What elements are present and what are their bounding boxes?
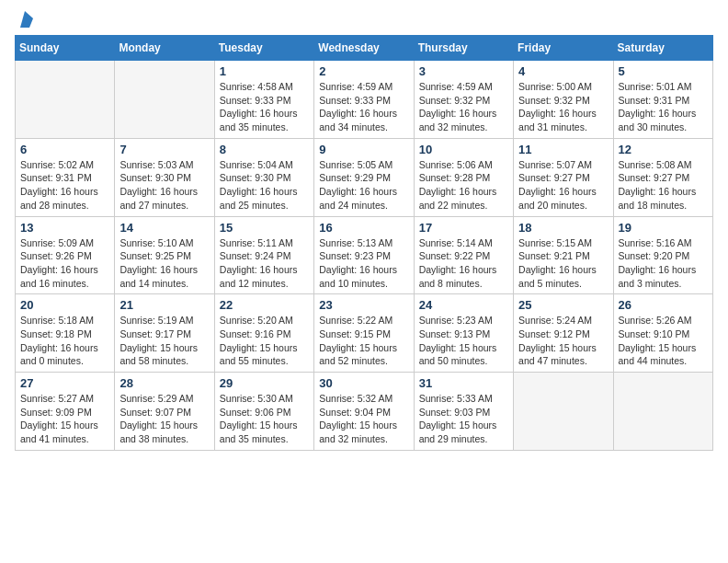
day-number: 6: [20, 143, 109, 156]
day-number: 5: [619, 64, 708, 78]
day-number: 14: [119, 221, 209, 235]
day-info: Sunrise: 5:10 AMSunset: 9:25 PMDaylight:…: [119, 236, 209, 291]
day-info: Sunrise: 5:08 AMSunset: 9:27 PMDaylight:…: [619, 158, 708, 213]
day-cell: 16Sunrise: 5:13 AMSunset: 9:23 PMDayligh…: [314, 216, 414, 294]
day-cell: 13Sunrise: 5:09 AMSunset: 9:26 PMDayligh…: [16, 216, 115, 294]
day-cell: 24Sunrise: 5:23 AMSunset: 9:13 PMDayligh…: [414, 294, 513, 373]
day-info: Sunrise: 5:11 AMSunset: 9:24 PMDaylight:…: [220, 236, 309, 291]
day-cell: 14Sunrise: 5:10 AMSunset: 9:25 PMDayligh…: [115, 216, 214, 294]
day-cell: 11Sunrise: 5:07 AMSunset: 9:27 PMDayligh…: [514, 138, 613, 216]
day-cell: 3Sunrise: 4:59 AMSunset: 9:32 PMDaylight…: [414, 61, 513, 139]
day-number: 13: [20, 221, 109, 235]
week-row-2: 6Sunrise: 5:02 AMSunset: 9:31 PMDaylight…: [16, 138, 713, 216]
day-info: Sunrise: 5:27 AMSunset: 9:09 PMDaylight:…: [20, 392, 109, 446]
day-number: 23: [319, 298, 408, 312]
page-header: [15, 15, 713, 28]
day-cell: 6Sunrise: 5:02 AMSunset: 9:31 PMDaylight…: [16, 138, 115, 216]
day-number: 9: [319, 143, 408, 156]
day-cell: 29Sunrise: 5:30 AMSunset: 9:06 PMDayligh…: [214, 373, 313, 451]
day-info: Sunrise: 5:30 AMSunset: 9:06 PMDaylight:…: [220, 392, 309, 446]
day-cell: [16, 61, 115, 139]
day-number: 16: [319, 221, 408, 235]
day-number: 27: [20, 376, 109, 390]
day-number: 30: [319, 376, 408, 390]
day-number: 19: [619, 221, 708, 235]
day-info: Sunrise: 5:32 AMSunset: 9:04 PMDaylight:…: [319, 392, 408, 446]
day-header-sunday: Sunday: [16, 36, 115, 61]
day-info: Sunrise: 5:16 AMSunset: 9:20 PMDaylight:…: [619, 236, 708, 291]
day-cell: 30Sunrise: 5:32 AMSunset: 9:04 PMDayligh…: [314, 373, 414, 451]
day-info: Sunrise: 5:03 AMSunset: 9:30 PMDaylight:…: [119, 158, 209, 213]
day-cell: 25Sunrise: 5:24 AMSunset: 9:12 PMDayligh…: [514, 294, 613, 373]
day-info: Sunrise: 5:20 AMSunset: 9:16 PMDaylight:…: [220, 314, 309, 368]
day-cell: 4Sunrise: 5:00 AMSunset: 9:32 PMDaylight…: [514, 61, 613, 139]
day-info: Sunrise: 5:09 AMSunset: 9:26 PMDaylight:…: [20, 236, 109, 291]
day-info: Sunrise: 5:00 AMSunset: 9:32 PMDaylight:…: [518, 80, 608, 134]
day-cell: 8Sunrise: 5:04 AMSunset: 9:30 PMDaylight…: [214, 138, 313, 216]
day-cell: 22Sunrise: 5:20 AMSunset: 9:16 PMDayligh…: [214, 294, 313, 373]
day-cell: 1Sunrise: 4:58 AMSunset: 9:33 PMDaylight…: [214, 61, 313, 139]
day-number: 26: [619, 298, 708, 312]
day-info: Sunrise: 5:01 AMSunset: 9:31 PMDaylight:…: [619, 80, 708, 134]
day-info: Sunrise: 4:59 AMSunset: 9:33 PMDaylight:…: [319, 80, 408, 134]
day-header-saturday: Saturday: [613, 36, 712, 61]
day-info: Sunrise: 4:58 AMSunset: 9:33 PMDaylight:…: [220, 80, 309, 134]
day-number: 21: [119, 298, 209, 312]
day-info: Sunrise: 5:02 AMSunset: 9:31 PMDaylight:…: [20, 158, 109, 213]
day-cell: 12Sunrise: 5:08 AMSunset: 9:27 PMDayligh…: [613, 138, 712, 216]
day-cell: 5Sunrise: 5:01 AMSunset: 9:31 PMDaylight…: [613, 61, 712, 139]
day-number: 18: [518, 221, 608, 235]
day-header-thursday: Thursday: [414, 36, 513, 61]
day-header-monday: Monday: [115, 36, 214, 61]
day-cell: 9Sunrise: 5:05 AMSunset: 9:29 PMDaylight…: [314, 138, 414, 216]
day-cell: 26Sunrise: 5:26 AMSunset: 9:10 PMDayligh…: [613, 294, 712, 373]
day-info: Sunrise: 5:04 AMSunset: 9:30 PMDaylight:…: [220, 158, 309, 213]
day-info: Sunrise: 5:13 AMSunset: 9:23 PMDaylight:…: [319, 236, 408, 291]
day-number: 25: [518, 298, 608, 312]
day-cell: [514, 373, 613, 451]
day-cell: [115, 61, 214, 139]
day-number: 31: [419, 376, 508, 390]
day-number: 28: [119, 376, 209, 390]
day-cell: [613, 373, 712, 451]
day-cell: 10Sunrise: 5:06 AMSunset: 9:28 PMDayligh…: [414, 138, 513, 216]
day-info: Sunrise: 5:05 AMSunset: 9:29 PMDaylight:…: [319, 158, 408, 213]
calendar-header-row: SundayMondayTuesdayWednesdayThursdayFrid…: [16, 36, 713, 61]
day-cell: 19Sunrise: 5:16 AMSunset: 9:20 PMDayligh…: [613, 216, 712, 294]
week-row-4: 20Sunrise: 5:18 AMSunset: 9:18 PMDayligh…: [16, 294, 713, 373]
day-cell: 20Sunrise: 5:18 AMSunset: 9:18 PMDayligh…: [16, 294, 115, 373]
day-header-friday: Friday: [514, 36, 613, 61]
day-number: 22: [220, 298, 309, 312]
day-info: Sunrise: 5:29 AMSunset: 9:07 PMDaylight:…: [119, 392, 209, 446]
day-info: Sunrise: 5:22 AMSunset: 9:15 PMDaylight:…: [319, 314, 408, 368]
logo: [15, 15, 33, 28]
day-cell: 18Sunrise: 5:15 AMSunset: 9:21 PMDayligh…: [514, 216, 613, 294]
day-info: Sunrise: 4:59 AMSunset: 9:32 PMDaylight:…: [419, 80, 508, 134]
day-info: Sunrise: 5:24 AMSunset: 9:12 PMDaylight:…: [518, 314, 608, 368]
day-header-wednesday: Wednesday: [314, 36, 414, 61]
day-number: 4: [518, 64, 608, 78]
day-number: 29: [220, 376, 309, 390]
day-info: Sunrise: 5:06 AMSunset: 9:28 PMDaylight:…: [419, 158, 508, 213]
day-number: 15: [220, 221, 309, 235]
week-row-1: 1Sunrise: 4:58 AMSunset: 9:33 PMDaylight…: [16, 61, 713, 139]
day-number: 11: [518, 143, 608, 156]
calendar-table: SundayMondayTuesdayWednesdayThursdayFrid…: [15, 35, 713, 451]
day-number: 10: [419, 143, 508, 156]
day-cell: 15Sunrise: 5:11 AMSunset: 9:24 PMDayligh…: [214, 216, 313, 294]
day-header-tuesday: Tuesday: [214, 36, 313, 61]
day-number: 3: [419, 64, 508, 78]
day-number: 24: [419, 298, 508, 312]
day-cell: 17Sunrise: 5:14 AMSunset: 9:22 PMDayligh…: [414, 216, 513, 294]
day-info: Sunrise: 5:15 AMSunset: 9:21 PMDaylight:…: [518, 236, 608, 291]
week-row-3: 13Sunrise: 5:09 AMSunset: 9:26 PMDayligh…: [16, 216, 713, 294]
day-number: 1: [220, 64, 309, 78]
day-info: Sunrise: 5:19 AMSunset: 9:17 PMDaylight:…: [119, 314, 209, 368]
day-cell: 7Sunrise: 5:03 AMSunset: 9:30 PMDaylight…: [115, 138, 214, 216]
day-cell: 23Sunrise: 5:22 AMSunset: 9:15 PMDayligh…: [314, 294, 414, 373]
logo-icon: [17, 11, 33, 28]
day-number: 17: [419, 221, 508, 235]
day-info: Sunrise: 5:18 AMSunset: 9:18 PMDaylight:…: [20, 314, 109, 368]
day-info: Sunrise: 5:26 AMSunset: 9:10 PMDaylight:…: [619, 314, 708, 368]
day-number: 7: [119, 143, 209, 156]
